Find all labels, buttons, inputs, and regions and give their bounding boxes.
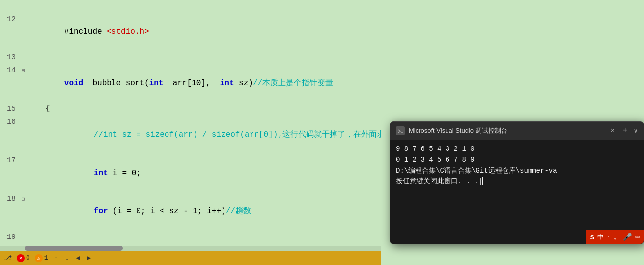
terminal-app-icon [396, 126, 405, 135]
nav-left-button[interactable]: ◄ [75, 254, 81, 262]
ime-mic-icon[interactable]: 🎤 [623, 233, 632, 242]
table-row: 14 ⊟ void bubble_sort(int arr[10], int s… [0, 64, 381, 102]
error-count: 0 [26, 254, 30, 262]
error-icon: ✕ [17, 254, 25, 262]
branch-status: ⎇ [4, 254, 12, 262]
ime-keyboard-icon[interactable]: ⌨ [635, 233, 640, 242]
terminal-plus-button[interactable]: + [620, 126, 630, 136]
error-status[interactable]: ✕ 0 [17, 254, 30, 262]
table-row: 16 //int sz = sizeof(arr) / sizeof(arr[0… [0, 116, 381, 154]
status-bar: ⎇ ✕ 0 ⚠ 1 ↑ ↓ ◄ ► [0, 251, 381, 265]
terminal-output: 9 8 7 6 5 4 3 2 1 0 0 1 2 3 4 5 6 7 8 9 … [390, 140, 644, 191]
horizontal-scrollbar[interactable] [0, 246, 381, 251]
terminal-line-3: D:\编程合集\C语言合集\Git远程仓库\summer-va [396, 165, 638, 176]
terminal-titlebar: Microsoft Visual Studio 调试控制台 × + ∨ [390, 122, 644, 140]
ime-punctuation: 。 [614, 233, 620, 241]
code-lines: 12 #include <stdio.h> 13 14 ⊟ void bubbl… [0, 0, 381, 251]
terminal-chevron-button[interactable]: ∨ [634, 127, 638, 135]
scrollbar-thumb[interactable] [25, 246, 123, 251]
terminal-window: Microsoft Visual Studio 调试控制台 × + ∨ 9 8 … [390, 121, 644, 244]
ime-s-label: S [590, 234, 594, 241]
table-row: 12 #include <stdio.h> [0, 13, 381, 51]
nav-down-button[interactable]: ↓ [64, 254, 70, 262]
table-row: 15 { [0, 102, 381, 116]
terminal-line-4: 按任意键关闭此窗口. . .| [396, 176, 638, 187]
terminal-line-2: 0 1 2 3 4 5 6 7 8 9 [396, 154, 638, 165]
table-row: 18 ⊟ for (i = 0; i < sz - 1; i++)//趟数 [0, 192, 381, 231]
terminal-close-button[interactable]: × [608, 127, 616, 135]
nav-right-button[interactable]: ► [86, 254, 92, 262]
nav-up-button[interactable]: ↑ [53, 254, 59, 262]
ime-zh-label: 中 [597, 233, 604, 241]
table-row [0, 0, 381, 13]
terminal-line-1: 9 8 7 6 5 4 3 2 1 0 [396, 144, 638, 154]
warning-count: 1 [44, 254, 48, 262]
warning-status[interactable]: ⚠ 1 [35, 254, 48, 262]
terminal-title-text: Microsoft Visual Studio 调试控制台 [409, 126, 604, 135]
table-row: 13 [0, 51, 381, 64]
code-editor: 12 #include <stdio.h> 13 14 ⊟ void bubbl… [0, 0, 381, 251]
table-row: 17 int i = 0; [0, 154, 381, 192]
branch-icon: ⎇ [4, 254, 12, 262]
ime-separator: · [607, 234, 611, 241]
warning-icon: ⚠ [35, 254, 43, 262]
